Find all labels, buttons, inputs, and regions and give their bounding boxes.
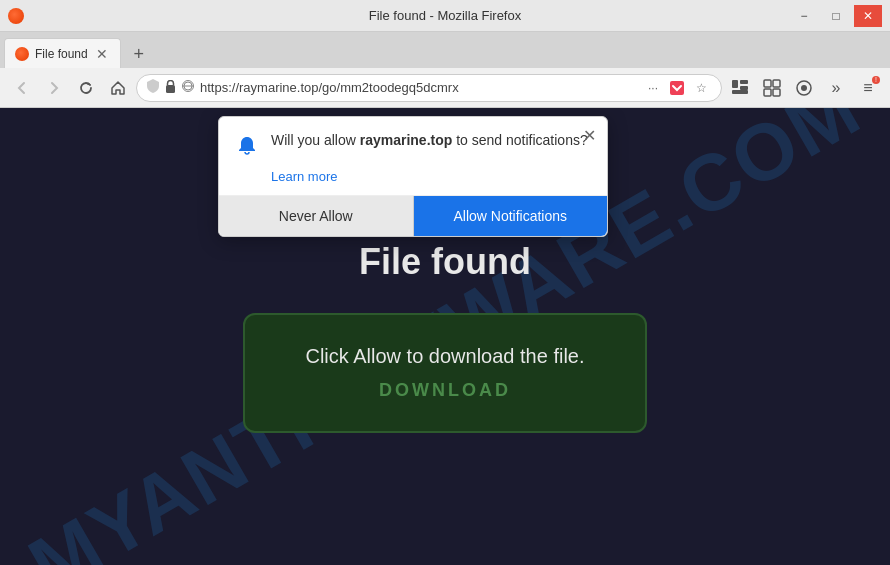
tab-title: File found <box>35 47 88 61</box>
nav-bar: https://raymarine.top/go/mm2toodegq5dcmr… <box>0 68 890 108</box>
sync-button[interactable] <box>790 74 818 102</box>
svg-point-13 <box>801 85 807 91</box>
allow-notifications-button[interactable]: Allow Notifications <box>414 196 608 236</box>
tab-bar: File found ✕ + <box>0 32 890 68</box>
back-button[interactable] <box>8 74 36 102</box>
active-tab[interactable]: File found ✕ <box>4 38 121 68</box>
popup-close-button[interactable]: ✕ <box>579 125 599 145</box>
page-title: File found <box>359 241 531 283</box>
svg-rect-3 <box>670 81 684 95</box>
refresh-icon <box>78 80 94 96</box>
firefox-icon <box>8 8 24 24</box>
popup-learn-more: Learn more <box>219 167 607 195</box>
pocket-button[interactable] <box>667 78 687 98</box>
containers-icon <box>763 79 781 97</box>
svg-rect-0 <box>166 85 175 93</box>
forward-button[interactable] <box>40 74 68 102</box>
minimize-button[interactable]: − <box>790 5 818 27</box>
browser-content: MYANTISPYWARE.COM File found Click Allow… <box>0 108 890 565</box>
learn-more-link[interactable]: Learn more <box>271 169 337 184</box>
notification-badge: ! <box>872 76 880 84</box>
new-tab-button[interactable]: + <box>125 40 153 68</box>
tab-favicon <box>15 47 29 61</box>
svg-rect-9 <box>773 80 780 87</box>
extensions-button[interactable]: » <box>822 74 850 102</box>
notification-icon <box>233 131 261 159</box>
download-box: Click Allow to download the file. DOWNLO… <box>243 313 646 433</box>
back-icon <box>14 80 30 96</box>
bookmarks-library-button[interactable] <box>726 74 754 102</box>
pocket-icon <box>670 81 684 95</box>
forward-icon <box>46 80 62 96</box>
sync-icon <box>795 79 813 97</box>
svg-rect-6 <box>740 86 748 90</box>
title-bar: File found - Mozilla Firefox − □ ✕ <box>0 0 890 32</box>
popup-actions: Never Allow Allow Notifications <box>219 195 607 236</box>
url-bar[interactable]: https://raymarine.top/go/mm2toodegq5dcmr… <box>136 74 722 102</box>
svg-rect-10 <box>764 89 771 96</box>
bookmark-star-button[interactable]: ☆ <box>691 78 711 98</box>
refresh-button[interactable] <box>72 74 100 102</box>
lock-icon <box>165 80 176 96</box>
svg-rect-8 <box>764 80 771 87</box>
download-link: DOWNLOAD <box>379 380 511 400</box>
shield-icon <box>147 79 159 96</box>
tab-close-button[interactable]: ✕ <box>94 46 110 62</box>
popup-header: Will you allow raymarine.top to send not… <box>219 117 607 167</box>
home-icon <box>110 80 126 96</box>
containers-button[interactable] <box>758 74 786 102</box>
bookmarks-icon <box>731 79 749 97</box>
more-url-button[interactable]: ··· <box>643 78 663 98</box>
menu-button[interactable]: ≡ ! <box>854 74 882 102</box>
https-icon <box>182 80 194 95</box>
url-actions: ··· ☆ <box>643 78 711 98</box>
title-bar-text: File found - Mozilla Firefox <box>369 8 521 23</box>
maximize-button[interactable]: □ <box>822 5 850 27</box>
title-bar-controls: − □ ✕ <box>790 5 882 27</box>
svg-rect-4 <box>732 80 738 88</box>
popup-message: Will you allow raymarine.top to send not… <box>271 131 593 151</box>
svg-rect-7 <box>732 90 748 94</box>
never-allow-button[interactable]: Never Allow <box>219 196 414 236</box>
svg-rect-11 <box>773 89 780 96</box>
svg-rect-5 <box>740 80 748 84</box>
url-text: https://raymarine.top/go/mm2toodegq5dcmr… <box>200 80 637 95</box>
permission-popup: ✕ Will you allow raymarine.top to send n… <box>218 116 608 237</box>
nav-extra-buttons: » ≡ ! <box>726 74 882 102</box>
home-button[interactable] <box>104 74 132 102</box>
download-box-text: Click Allow to download the file. <box>305 345 584 368</box>
close-button[interactable]: ✕ <box>854 5 882 27</box>
